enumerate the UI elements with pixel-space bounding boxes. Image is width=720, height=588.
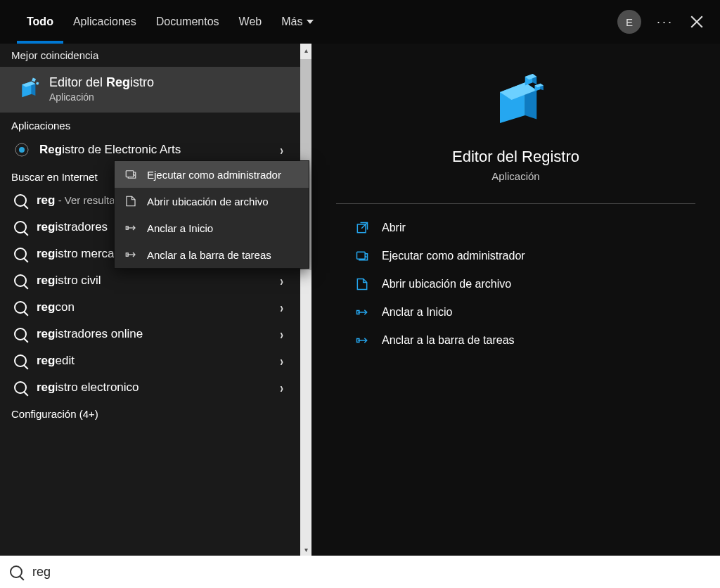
action-pin-start[interactable]: Anclar a Inicio [355, 305, 525, 319]
best-match-result[interactable]: Editor del Registro Aplicación [0, 67, 300, 113]
pin-icon [124, 222, 137, 234]
tab-label: Aplicaciones [73, 15, 136, 28]
action-label: Anclar a Inicio [382, 306, 453, 319]
search-icon [14, 221, 27, 234]
ctx-item-label: Ejecutar como administrador [147, 169, 281, 181]
registry-icon [484, 69, 546, 131]
ctx-pin-start[interactable]: Anclar a Inicio [115, 215, 309, 241]
pin-icon [124, 248, 137, 261]
svg-rect-3 [32, 77, 36, 82]
search-icon [10, 565, 22, 578]
ctx-run-as-admin[interactable]: Ejecutar como administrador [115, 161, 309, 188]
svg-rect-7 [126, 171, 134, 177]
tab-label: Documentos [156, 15, 219, 28]
ctx-pin-taskbar[interactable]: Anclar a la barra de tareas [115, 241, 309, 268]
scroll-down-arrow[interactable]: ▾ [300, 543, 311, 556]
chevron-right-icon: › [280, 300, 283, 315]
search-icon [14, 381, 27, 394]
context-menu: Ejecutar como administrador Abrir ubicac… [114, 160, 309, 269]
shield-icon [124, 168, 137, 181]
close-button[interactable] [690, 15, 703, 28]
svg-rect-4 [36, 82, 39, 84]
chevron-down-icon [307, 20, 314, 24]
shield-icon [355, 249, 369, 263]
ea-icon [14, 142, 30, 158]
action-run-admin[interactable]: Ejecutar como administrador [355, 249, 525, 263]
tab-label: Todo [27, 15, 53, 28]
tab-web[interactable]: Web [229, 0, 272, 44]
best-match-header: Mejor coincidencia [0, 44, 311, 67]
action-label: Anclar a la barra de tareas [382, 334, 515, 347]
chevron-right-icon: › [280, 142, 283, 158]
user-avatar[interactable]: E [617, 10, 641, 34]
web-result-label: regedit [37, 354, 75, 368]
detail-pane: Editor del Registro Aplicación Abrir Eje… [311, 44, 720, 556]
action-list: Abrir Ejecutar como administrador Abrir … [311, 221, 525, 347]
more-options-button[interactable]: ··· [657, 15, 674, 30]
chevron-right-icon: › [280, 380, 283, 395]
app-result-label: Registro de Electronic Arts [39, 143, 181, 157]
main-area: Mejor coincidencia Editor del Re [0, 44, 720, 556]
chevron-right-icon: › [280, 326, 283, 342]
web-result[interactable]: regcon › [0, 294, 300, 321]
web-result-label: registro civil [37, 274, 101, 288]
search-icon [14, 328, 27, 340]
tab-mas[interactable]: Más [271, 0, 323, 44]
action-open-location[interactable]: Abrir ubicación de archivo [355, 277, 525, 291]
search-bar [0, 556, 720, 588]
tab-label: Web [239, 15, 262, 28]
ctx-item-label: Anclar a Inicio [147, 222, 213, 234]
search-icon [14, 248, 27, 260]
web-result-label: registradores online [37, 327, 143, 341]
best-match-title: Editor del Registro [49, 75, 154, 90]
search-icon [14, 354, 27, 367]
best-match-subtitle: Aplicación [49, 91, 154, 103]
folder-icon [124, 195, 137, 207]
pin-icon [355, 333, 369, 347]
web-result[interactable]: registradores online › [0, 321, 300, 347]
scroll-up-arrow[interactable]: ▴ [300, 44, 311, 56]
app-result[interactable]: Registro de Electronic Arts › [0, 136, 300, 164]
web-result[interactable]: registro civil › [0, 267, 300, 294]
registry-icon [14, 77, 39, 102]
ctx-item-label: Anclar a la barra de tareas [147, 249, 271, 261]
chevron-right-icon: › [280, 273, 283, 288]
detail-subtitle: Aplicación [491, 170, 539, 182]
web-result[interactable]: registro electronico › [0, 374, 300, 401]
tab-bar: Todo Aplicaciones Documentos Web Más E ·… [0, 0, 720, 44]
web-result-label: registro electronico [37, 381, 139, 395]
ctx-item-label: Abrir ubicación de archivo [147, 196, 269, 207]
search-icon [14, 194, 27, 207]
chevron-right-icon: › [280, 353, 283, 369]
web-result-label: regcon [37, 300, 75, 314]
avatar-letter: E [626, 16, 633, 28]
web-result[interactable]: regedit › [0, 347, 300, 374]
action-label: Ejecutar como administrador [382, 250, 525, 262]
action-label: Abrir [382, 222, 406, 234]
tab-documentos[interactable]: Documentos [146, 0, 229, 44]
search-panel: Todo Aplicaciones Documentos Web Más E ·… [0, 0, 720, 588]
folder-icon [355, 277, 369, 291]
tab-todo[interactable]: Todo [17, 0, 63, 44]
svg-rect-20 [357, 252, 366, 259]
config-header[interactable]: Configuración (4+) [0, 401, 311, 424]
detail-title: Editor del Registro [452, 148, 579, 166]
apps-header: Aplicaciones [0, 113, 311, 136]
search-icon [14, 301, 27, 314]
web-result-label: registradores [37, 220, 108, 234]
app-hero: Editor del Registro Aplicación [452, 69, 579, 182]
action-open[interactable]: Abrir [355, 221, 525, 235]
results-pane: Mejor coincidencia Editor del Re [0, 44, 311, 556]
tab-label: Más [281, 15, 302, 28]
ctx-open-location[interactable]: Abrir ubicación de archivo [115, 188, 309, 215]
search-icon [14, 274, 27, 287]
ellipsis-icon: ··· [657, 15, 674, 29]
action-pin-taskbar[interactable]: Anclar a la barra de tareas [355, 333, 525, 347]
search-input[interactable] [32, 565, 710, 580]
divider [336, 203, 695, 204]
pin-icon [355, 305, 369, 319]
action-label: Abrir ubicación de archivo [382, 278, 511, 290]
open-icon [355, 221, 369, 235]
tab-aplicaciones[interactable]: Aplicaciones [63, 0, 146, 44]
svg-point-6 [19, 147, 25, 153]
